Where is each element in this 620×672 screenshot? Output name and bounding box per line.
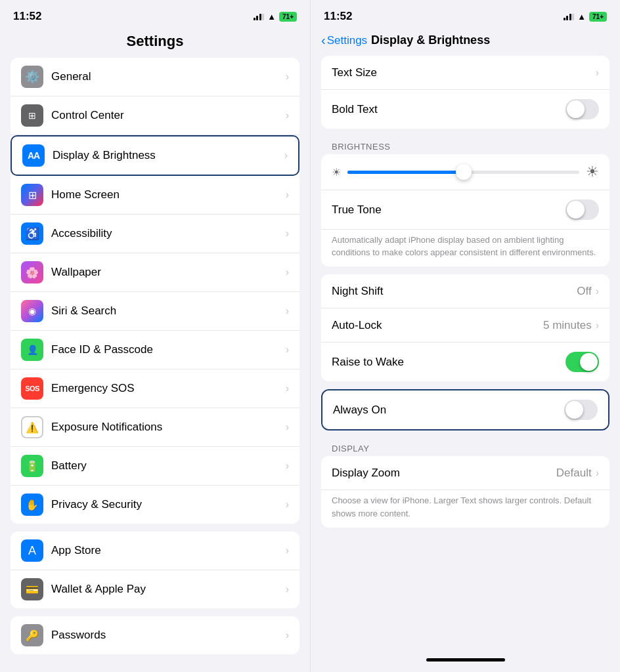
sidebar-item-wallet[interactable]: 💳 Wallet & Apple Pay › (11, 570, 299, 608)
brightness-low-icon: ☀ (332, 166, 341, 178)
face-id-icon: 👤 (21, 339, 43, 361)
right-status-bar: 11:52 ▲ 71+ (311, 0, 620, 29)
brightness-slider-row: ☀ ☀ (332, 163, 599, 180)
settings-section-2: A App Store › 💳 Wallet & Apple Pay › (11, 532, 299, 608)
app-store-label: App Store (51, 544, 286, 557)
display-brightness-label: Display & Brightness (53, 149, 284, 162)
right-panel: 11:52 ▲ 71+ ‹ Settings Display & Brightn… (310, 0, 620, 672)
display-zoom-label: Display Zoom (332, 467, 556, 480)
true-tone-description: Automatically adapt iPhone display based… (321, 230, 609, 266)
true-tone-row[interactable]: True Tone (321, 190, 609, 230)
text-size-label: Text Size (332, 66, 596, 79)
display-zoom-row[interactable]: Display Zoom Default › (321, 456, 609, 490)
true-tone-label: True Tone (332, 203, 565, 217)
night-shift-value: Off (577, 285, 591, 298)
true-tone-desc-text: Automatically adapt iPhone display based… (332, 235, 596, 257)
app-store-chevron: › (286, 545, 289, 556)
display-zoom-chevron: › (596, 467, 599, 479)
sidebar-item-passwords[interactable]: 🔑 Passwords › (11, 616, 299, 654)
home-screen-chevron: › (286, 189, 289, 201)
left-panel: 11:52 ▲ 71+ Settings ⚙️ General › ⊞ (0, 0, 310, 672)
auto-lock-row[interactable]: Auto-Lock 5 minutes › (321, 308, 609, 343)
true-tone-toggle[interactable] (565, 200, 599, 220)
sidebar-item-home-screen[interactable]: ⊞ Home Screen › (11, 176, 299, 215)
wallpaper-icon: 🌸 (21, 261, 43, 284)
sidebar-item-privacy[interactable]: ✋ Privacy & Security › (11, 486, 299, 524)
face-id-label: Face ID & Passcode (51, 343, 286, 356)
raise-to-wake-toggle[interactable] (565, 352, 599, 372)
brightness-high-icon: ☀ (586, 163, 599, 180)
right-signal-bars (564, 12, 575, 20)
raise-to-wake-row[interactable]: Raise to Wake (321, 343, 609, 381)
wallet-label: Wallet & Apple Pay (51, 583, 286, 596)
display-brightness-chevron: › (284, 150, 288, 161)
control-center-chevron: › (286, 110, 289, 121)
sidebar-item-control-center[interactable]: ⊞ Control Center › (11, 96, 299, 135)
sidebar-item-general[interactable]: ⚙️ General › (11, 58, 299, 96)
brightness-slider-thumb[interactable] (456, 164, 472, 180)
night-shift-row[interactable]: Night Shift Off › (321, 274, 609, 308)
sidebar-item-wallpaper[interactable]: 🌸 Wallpaper › (11, 253, 299, 292)
back-label: Settings (327, 34, 367, 47)
home-indicator (426, 658, 505, 662)
display-brightness-icon: AA (22, 144, 45, 167)
brightness-slider-track[interactable] (347, 171, 579, 174)
right-battery: 71+ (589, 12, 607, 22)
text-size-row[interactable]: Text Size › (321, 56, 609, 90)
right-wifi-icon: ▲ (577, 12, 586, 22)
left-battery: 71+ (279, 12, 297, 22)
home-screen-icon: ⊞ (21, 184, 43, 206)
passwords-icon: 🔑 (21, 624, 43, 646)
sidebar-item-exposure[interactable]: ⚠️ Exposure Notifications › (11, 408, 299, 447)
display-zoom-value: Default (556, 467, 592, 480)
display-zoom-desc-text: Choose a view for iPhone. Larger Text sh… (332, 495, 591, 518)
sidebar-item-battery[interactable]: 🔋 Battery › (11, 447, 299, 486)
sidebar-item-siri[interactable]: ◉ Siri & Search › (11, 292, 299, 331)
battery-chevron: › (286, 460, 289, 472)
settings-section-3: 🔑 Passwords › (11, 616, 299, 654)
accessibility-icon: ♿ (21, 222, 43, 245)
exposure-icon: ⚠️ (21, 416, 43, 438)
signal-bar-4 (262, 14, 264, 20)
night-shift-chevron: › (596, 285, 599, 297)
face-id-chevron: › (286, 344, 289, 356)
bold-text-toggle[interactable] (565, 99, 599, 119)
brightness-slider-fill (347, 171, 464, 174)
auto-lock-chevron: › (596, 320, 599, 331)
other-section: Night Shift Off › Auto-Lock 5 minutes › … (321, 274, 609, 381)
auto-lock-value: 5 minutes (543, 319, 592, 332)
text-section: Text Size › Bold Text (321, 56, 609, 129)
battery-label: Battery (51, 459, 286, 472)
sidebar-item-accessibility[interactable]: ♿ Accessibility › (11, 215, 299, 253)
always-on-toggle[interactable] (564, 400, 598, 420)
general-icon: ⚙️ (21, 66, 43, 88)
signal-bar-1 (254, 18, 255, 20)
bold-text-row[interactable]: Bold Text (321, 90, 609, 129)
always-on-label: Always On (333, 404, 564, 417)
passwords-chevron: › (286, 629, 289, 641)
control-center-icon: ⊞ (21, 104, 43, 127)
sidebar-item-display-brightness[interactable]: AA Display & Brightness › (11, 135, 299, 176)
display-section-label: DISPLAY (311, 438, 620, 456)
wifi-icon: ▲ (267, 12, 276, 22)
back-button[interactable]: ‹ Settings (321, 33, 367, 48)
sidebar-item-emergency[interactable]: SOS Emergency SOS › (11, 369, 299, 408)
wallpaper-label: Wallpaper (51, 266, 286, 279)
siri-label: Siri & Search (51, 304, 286, 318)
left-status-icons: ▲ 71+ (254, 12, 297, 22)
general-label: General (51, 70, 286, 83)
signal-bar-3 (259, 14, 261, 20)
display-section: Display Zoom Default › Choose a view for… (321, 456, 609, 527)
siri-icon: ◉ (21, 300, 43, 322)
sidebar-item-app-store[interactable]: A App Store › (11, 532, 299, 570)
sidebar-item-face-id[interactable]: 👤 Face ID & Passcode › (11, 331, 299, 369)
right-status-icons: ▲ 71+ (564, 12, 607, 22)
emergency-chevron: › (286, 383, 289, 394)
always-on-row[interactable]: Always On (322, 390, 608, 429)
brightness-slider-container[interactable]: ☀ ☀ (321, 154, 609, 190)
accessibility-chevron: › (286, 228, 289, 240)
home-screen-label: Home Screen (51, 188, 286, 201)
left-title: Settings (127, 33, 184, 49)
siri-chevron: › (286, 305, 289, 317)
wallpaper-chevron: › (286, 266, 289, 278)
